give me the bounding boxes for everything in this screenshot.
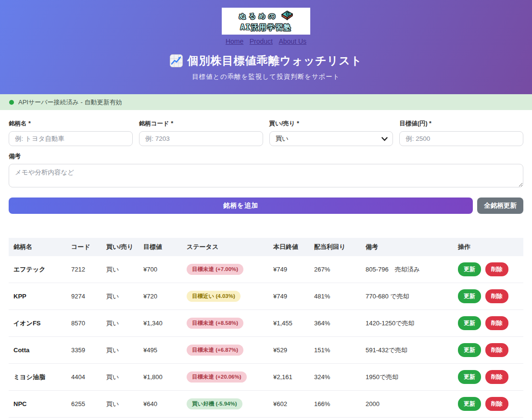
status-text: APIサーバー接続済み - 自動更新有効 xyxy=(18,98,122,107)
cell-yield: 364% xyxy=(310,310,362,337)
page-header: ぬるめの AI活用学習塾 Home Product About Us xyxy=(0,0,532,94)
status-badge: 買い好機 (-5.94%) xyxy=(187,398,242,409)
cell-yield: 166% xyxy=(310,391,362,418)
delete-button[interactable]: 削除 xyxy=(485,370,508,384)
cell-target: ¥1,340 xyxy=(139,310,183,337)
cell-actions: 更新 削除 xyxy=(454,283,523,310)
target-price-label: 目標値(円) * xyxy=(399,120,523,128)
cell-code: 6255 xyxy=(67,391,102,418)
cell-status: 目標未達 (+7.00%) xyxy=(183,256,269,283)
cell-close: ¥529 xyxy=(269,337,310,364)
target-price-input[interactable] xyxy=(399,131,523,146)
notes-label: 備考 xyxy=(9,152,523,161)
delete-button[interactable]: 削除 xyxy=(485,343,508,357)
stock-code-input[interactable] xyxy=(139,131,263,146)
page-title: 個別株目標値乖離ウォッチリスト xyxy=(0,53,532,68)
cell-side: 買い xyxy=(102,391,139,418)
cell-status: 目標未達 (+14.95%) xyxy=(183,418,269,420)
cell-target: ¥700 xyxy=(139,256,183,283)
cell-target: ¥640 xyxy=(139,391,183,418)
update-button[interactable]: 更新 xyxy=(458,343,481,357)
nav-product[interactable]: Product xyxy=(250,37,273,45)
cell-status: 買い好機 (-5.94%) xyxy=(183,391,269,418)
site-logo[interactable]: ぬるめの AI活用学習塾 xyxy=(222,8,310,35)
nav-home[interactable]: Home xyxy=(226,37,243,45)
cell-target: ¥1,800 xyxy=(139,364,183,391)
update-button[interactable]: 更新 xyxy=(458,289,481,303)
cell-code: 8570 xyxy=(67,310,102,337)
cell-notes: 1950で売却 xyxy=(362,364,454,391)
cell-code: 4404 xyxy=(67,364,102,391)
cell-close: ¥1,092 xyxy=(269,418,310,420)
field-notes: 備考 xyxy=(9,152,523,189)
add-stock-button[interactable]: 銘柄を追加 xyxy=(9,198,473,214)
update-button[interactable]: 更新 xyxy=(458,370,481,384)
cell-notes: 1420-1250で売却 xyxy=(362,310,454,337)
notes-textarea[interactable] xyxy=(9,164,523,187)
cell-stock-name: KPP xyxy=(9,283,67,310)
cell-close: ¥2,161 xyxy=(269,364,310,391)
add-stock-form: 銘柄名 * 銘柄コード * 買い/売り * 買い 目標値(円) * 備考 xyxy=(0,110,532,214)
update-button[interactable]: 更新 xyxy=(458,262,481,276)
column-header-code: コード xyxy=(67,238,102,256)
update-button[interactable]: 更新 xyxy=(458,316,481,330)
main-nav: Home Product About Us xyxy=(0,37,532,46)
update-button[interactable]: 更新 xyxy=(458,397,481,411)
table-row: ミヨシ油脂 4404 買い ¥1,800 目標未達 (+20.06%) ¥2,1… xyxy=(9,364,523,391)
cell-target: ¥720 xyxy=(139,283,183,310)
column-header-yield: 配当利回り xyxy=(310,238,362,256)
cell-code: 7875 xyxy=(67,418,102,420)
status-badge: 目標未達 (+6.87%) xyxy=(187,345,243,356)
column-header-target: 目標値 xyxy=(139,238,183,256)
delete-button[interactable]: 削除 xyxy=(485,289,508,303)
column-header-name: 銘柄名 xyxy=(9,238,67,256)
cell-side: 買い xyxy=(102,310,139,337)
delete-button[interactable]: 削除 xyxy=(485,397,508,411)
stock-name-input[interactable] xyxy=(9,131,133,146)
cell-target: ¥495 xyxy=(139,337,183,364)
refresh-all-button[interactable]: 全銘柄更新 xyxy=(477,198,523,214)
column-header-side: 買い/売り xyxy=(102,238,139,256)
cell-notes: 591-432で売却 xyxy=(362,337,454,364)
cell-stock-name: NPC xyxy=(9,391,67,418)
stock-name-label: 銘柄名 * xyxy=(9,120,133,128)
status-bar: APIサーバー接続済み - 自動更新有効 xyxy=(0,94,532,110)
cell-actions: 更新 削除 xyxy=(454,256,523,283)
logo-text-line2: AI活用学習塾 xyxy=(240,23,291,32)
field-target-price: 目標値(円) * xyxy=(399,120,523,146)
cell-code: 7212 xyxy=(67,256,102,283)
page-title-text: 個別株目標値乖離ウォッチリスト xyxy=(188,53,363,68)
nav-about-us[interactable]: About Us xyxy=(279,37,306,45)
cell-yield: 324% xyxy=(310,364,362,391)
cell-status: 目標未達 (+8.58%) xyxy=(183,310,269,337)
delete-button[interactable]: 削除 xyxy=(485,262,508,276)
page-subtitle: 目標値との乖離を監視して投資判断をサポート xyxy=(0,73,532,81)
table-row: エフテック 7212 買い ¥700 目標未達 (+7.00%) ¥749 26… xyxy=(9,256,523,283)
cell-code: 3359 xyxy=(67,337,102,364)
column-header-status: ステータス xyxy=(183,238,269,256)
cell-side: 買い xyxy=(102,283,139,310)
cell-yield: 481% xyxy=(310,283,362,310)
table-row: Cotta 3359 買い ¥495 目標未達 (+6.87%) ¥529 15… xyxy=(9,337,523,364)
buy-sell-label: 買い/売り * xyxy=(269,120,393,128)
cell-yield: 151% xyxy=(310,337,362,364)
cell-close: ¥749 xyxy=(269,256,310,283)
cell-notes: 1069-813 xyxy=(362,418,454,420)
delete-button[interactable]: 削除 xyxy=(485,316,508,330)
status-badge: 目標未達 (+20.06%) xyxy=(187,371,247,383)
cell-status: 目標未達 (+20.06%) xyxy=(183,364,269,391)
buy-sell-select[interactable]: 買い xyxy=(269,131,393,146)
field-stock-code: 銘柄コード * xyxy=(139,120,263,146)
table-header-row: 銘柄名 コード 買い/売り 目標値 ステータス 本日終値 配当利回り 備考 操作 xyxy=(9,238,523,256)
status-badge: 目標未達 (+8.58%) xyxy=(187,318,243,329)
cell-side: 買い xyxy=(102,256,139,283)
cell-side: 買い xyxy=(102,337,139,364)
cell-close: ¥602 xyxy=(269,391,310,418)
cell-side: 買い xyxy=(102,418,139,420)
cell-notes: 770-680 で売却 xyxy=(362,283,454,310)
cell-actions: 更新 削除 xyxy=(454,310,523,337)
cell-actions: 更新 削除 xyxy=(454,364,523,391)
cell-yield: 267% xyxy=(310,256,362,283)
cell-notes: 805-796 売却済み xyxy=(362,256,454,283)
table-row: イオンFS 8570 買い ¥1,340 目標未達 (+8.58%) ¥1,45… xyxy=(9,310,523,337)
